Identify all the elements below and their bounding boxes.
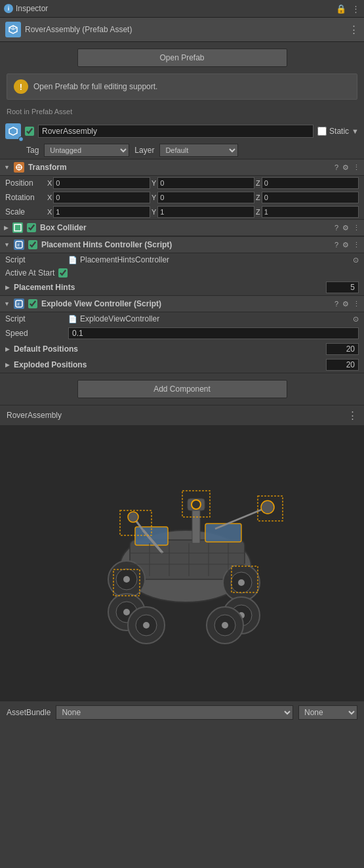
- svg-point-26: [238, 579, 245, 586]
- info-icon: i: [4, 4, 13, 13]
- scale-x-label: X: [47, 208, 52, 216]
- rotation-x-input[interactable]: 0: [53, 192, 150, 203]
- position-z-field: Z 0: [256, 177, 359, 189]
- rover-preview-svg: [64, 458, 300, 668]
- rotation-y-input[interactable]: 0: [157, 192, 254, 203]
- scale-y-field: Y 1: [152, 206, 254, 218]
- gameobject-name-input[interactable]: RoverAssembly: [38, 125, 313, 138]
- transform-settings-icon[interactable]: ⚙: [342, 163, 349, 172]
- placement-script-target-icon[interactable]: ⊙: [353, 256, 359, 264]
- svg-line-3: [9, 28, 13, 30]
- static-checkbox[interactable]: [317, 127, 327, 136]
- placement-script-file-icon: 📄: [68, 256, 77, 264]
- menu-icon[interactable]: ⋮: [352, 4, 360, 14]
- position-label: Position: [5, 178, 45, 188]
- box-collider-arrow-icon: ▶: [4, 224, 9, 231]
- placement-hints-value-input[interactable]: 5: [326, 281, 359, 293]
- transform-help-icon[interactable]: ?: [334, 163, 338, 171]
- box-collider-header[interactable]: ▶ Box Collider ? ⚙ ⋮: [0, 219, 364, 236]
- explode-view-header[interactable]: ▼ # Explode View Controller (Script) ? ⚙…: [0, 295, 364, 312]
- position-xyz: X 0 Y 0 Z 0: [47, 177, 359, 189]
- asset-bundle-select-2[interactable]: None: [298, 705, 357, 720]
- rotation-z-input[interactable]: 0: [262, 192, 359, 203]
- default-positions-input[interactable]: 20: [326, 343, 359, 355]
- scale-y-input[interactable]: 1: [157, 206, 254, 218]
- box-collider-settings-icon[interactable]: ⚙: [342, 224, 349, 232]
- box-collider-menu-icon[interactable]: ⋮: [353, 224, 360, 232]
- asset-bundle-bar: AssetBundle None None: [0, 701, 364, 724]
- default-positions-row: ▶ Default Positions 20: [0, 341, 364, 357]
- prefab-menu-icon[interactable]: ⋮: [349, 24, 359, 35]
- warning-icon: !: [14, 79, 28, 94]
- explode-script-target-icon[interactable]: ⊙: [353, 315, 359, 323]
- placement-script-row: Script 📄 PlacementHintsController ⊙: [0, 253, 364, 266]
- open-prefab-button[interactable]: Open Prefab: [77, 49, 287, 67]
- speed-input[interactable]: 0.1: [68, 327, 359, 339]
- static-section: Static ▼: [317, 127, 359, 136]
- svg-rect-8: [14, 224, 21, 231]
- position-y-input[interactable]: 0: [157, 177, 254, 189]
- rotation-xyz: X 0 Y 0 Z 0: [47, 192, 359, 203]
- static-dropdown-arrow[interactable]: ▼: [352, 127, 359, 135]
- warning-bar: ! Open Prefab for full editing support.: [7, 73, 357, 100]
- exploded-positions-input[interactable]: 20: [326, 359, 359, 371]
- title-bar-left: i Inspector: [4, 4, 48, 13]
- gameobject-cube-icon: [5, 123, 21, 139]
- position-x-label: X: [47, 179, 52, 187]
- placement-hints-help-icon[interactable]: ?: [334, 241, 338, 249]
- tag-select[interactable]: Untagged: [44, 144, 129, 157]
- box-collider-checkbox[interactable]: [27, 223, 36, 232]
- placement-hints-checkbox[interactable]: [28, 240, 37, 249]
- active-at-start-row: Active At Start: [0, 266, 364, 279]
- default-positions-collapse-icon[interactable]: ▶: [5, 346, 10, 352]
- explode-view-checkbox[interactable]: [28, 299, 37, 308]
- position-z-input[interactable]: 0: [262, 177, 359, 189]
- svg-rect-37: [205, 524, 241, 542]
- svg-line-2: [13, 28, 17, 30]
- layer-select[interactable]: Default: [159, 144, 238, 157]
- svg-point-23: [143, 622, 150, 629]
- placement-hints-menu-icon[interactable]: ⋮: [353, 241, 360, 249]
- root-label: Root in Prefab Asset: [0, 105, 364, 121]
- explode-view-settings-icon[interactable]: ⚙: [342, 300, 349, 308]
- prefab-name: RoverAssembly (Prefab Asset): [25, 25, 345, 34]
- layer-label: Layer: [134, 146, 154, 155]
- explode-view-menu-icon[interactable]: ⋮: [353, 300, 360, 308]
- explode-view-title: Explode View Controller (Script): [41, 299, 331, 308]
- scale-label: Scale: [5, 207, 45, 217]
- placement-hints-arrow-icon: ▼: [4, 241, 10, 248]
- rover-assembly-menu-icon[interactable]: ⋮: [348, 409, 357, 421]
- svg-point-40: [128, 512, 138, 522]
- explode-view-icon: #: [14, 299, 24, 309]
- add-component-section: Add Component: [0, 373, 364, 405]
- scale-z-input[interactable]: 1: [262, 206, 359, 218]
- box-collider-icon: [12, 222, 23, 233]
- rover-assembly-row: RoverAssembly ⋮: [0, 405, 364, 425]
- position-x-input[interactable]: 0: [53, 177, 150, 189]
- transform-title: Transform: [28, 163, 331, 172]
- placement-script-value: 📄 PlacementHintsController ⊙: [68, 255, 359, 264]
- rotation-y-field: Y 0: [152, 192, 254, 203]
- asset-bundle-select-1[interactable]: None: [56, 705, 293, 720]
- warning-message: Open Prefab for full editing support.: [33, 82, 157, 91]
- scale-x-input[interactable]: 1: [53, 206, 150, 218]
- transform-arrow-icon: ▼: [4, 164, 10, 171]
- gameobject-checkbox[interactable]: [25, 127, 34, 136]
- lock-icon[interactable]: 🔒: [336, 4, 346, 14]
- transform-menu-icon[interactable]: ⋮: [353, 163, 360, 172]
- position-y-field: Y 0: [152, 177, 254, 189]
- placement-hints-collapse-icon[interactable]: ▶: [5, 284, 10, 291]
- transform-section-header[interactable]: ▼ Transform ? ⚙ ⋮: [0, 159, 364, 176]
- box-collider-help-icon[interactable]: ?: [334, 224, 338, 232]
- box-collider-title: Box Collider: [40, 223, 331, 232]
- explode-script-row: Script 📄 ExplodeViewController ⊙: [0, 312, 364, 325]
- scale-z-label: Z: [256, 208, 260, 216]
- placement-hints-settings-icon[interactable]: ⚙: [342, 241, 349, 249]
- active-at-start-checkbox[interactable]: [58, 268, 68, 278]
- explode-view-help-icon[interactable]: ?: [334, 300, 338, 308]
- svg-point-35: [192, 500, 201, 509]
- explode-view-arrow-icon: ▼: [4, 300, 10, 307]
- placement-hints-header[interactable]: ▼ # Placement Hints Controller (Script) …: [0, 236, 364, 253]
- exploded-positions-collapse-icon[interactable]: ▶: [5, 362, 10, 368]
- add-component-button[interactable]: Add Component: [77, 380, 287, 398]
